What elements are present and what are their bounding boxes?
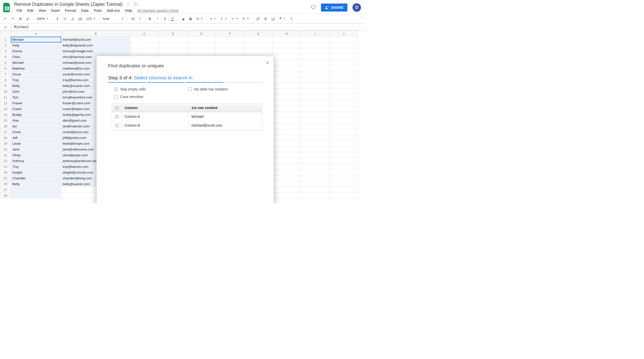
row-header[interactable]: 28 (0, 193, 11, 198)
row-header[interactable]: 8 (0, 77, 11, 83)
cell[interactable]: Matthew (11, 66, 61, 71)
cell[interactable]: Buddy (11, 112, 61, 118)
folder-icon[interactable]: 🗀 (134, 2, 138, 7)
cell[interactable] (301, 135, 330, 141)
table-row[interactable]: 2 Kelly kelly@kapowski.com (0, 42, 358, 48)
row-header[interactable]: 26 (0, 181, 11, 187)
cell[interactable]: Betty (11, 181, 61, 187)
cell[interactable]: Troy (11, 164, 61, 170)
column-row[interactable]: ✓ Column B michael@scott.com (112, 121, 262, 130)
cell[interactable] (330, 89, 358, 94)
cell[interactable] (273, 94, 301, 100)
col-header-F[interactable]: F (216, 31, 244, 37)
cell[interactable] (273, 106, 301, 112)
cell[interactable] (301, 141, 330, 146)
menu-view[interactable]: View (36, 8, 49, 14)
cell[interactable] (330, 170, 358, 175)
cell[interactable] (301, 37, 330, 42)
undo-icon[interactable]: ↶ (2, 15, 9, 22)
cell[interactable] (11, 187, 61, 193)
cell[interactable] (159, 48, 187, 54)
cell[interactable] (273, 100, 301, 106)
cell[interactable] (330, 94, 358, 100)
row-header[interactable]: 2 (0, 42, 11, 48)
cell[interactable] (273, 89, 301, 94)
insert-comment-icon[interactable]: ⊞ (262, 15, 269, 22)
cell[interactable] (273, 135, 301, 141)
row-header[interactable]: 22 (0, 158, 11, 164)
font-size-dropdown[interactable]: 10▼ (129, 15, 143, 22)
cell[interactable] (273, 60, 301, 66)
col-header-B[interactable]: B (61, 31, 131, 37)
row-header[interactable]: 19 (0, 141, 11, 146)
formula-input[interactable]: Michael (12, 25, 29, 29)
filter-dropdown[interactable]: ⧩▼ (277, 15, 288, 22)
cell[interactable]: donna@meagle.com (61, 48, 131, 54)
menu-insert[interactable]: Insert (49, 8, 62, 14)
cell[interactable] (330, 164, 358, 170)
cell[interactable] (273, 37, 301, 42)
cell[interactable] (330, 129, 358, 135)
sheets-logo-icon[interactable] (2, 2, 12, 13)
cell[interactable] (330, 158, 358, 164)
cell[interactable] (330, 135, 358, 141)
cell[interactable] (273, 187, 301, 193)
row-header[interactable]: 16 (0, 123, 11, 129)
cell[interactable] (273, 146, 301, 152)
cell[interactable] (330, 141, 358, 146)
cell[interactable] (330, 193, 358, 198)
cell[interactable] (273, 152, 301, 158)
cell[interactable] (301, 152, 330, 158)
cell[interactable]: Ian (11, 123, 61, 129)
cell[interactable] (273, 175, 301, 181)
merge-cells-dropdown[interactable]: ⇆▼ (194, 15, 205, 22)
cell[interactable]: Troy (11, 77, 61, 83)
cell[interactable] (131, 37, 159, 42)
row-header[interactable]: 3 (0, 48, 11, 54)
cell[interactable]: Oscar (11, 71, 61, 77)
cell[interactable]: Coach (11, 106, 61, 112)
row-header[interactable]: 17 (0, 129, 11, 135)
cell[interactable] (244, 37, 273, 42)
row-header[interactable]: 7 (0, 71, 11, 77)
text-wrap-dropdown[interactable]: ↵▼ (229, 15, 240, 22)
cell[interactable] (273, 123, 301, 129)
cell[interactable] (273, 71, 301, 77)
cell[interactable] (301, 94, 330, 100)
column-checkbox[interactable]: ✓ (112, 121, 122, 130)
cell[interactable] (301, 100, 330, 106)
document-title[interactable]: Remove Duplicates in Google Sheets (Zapi… (14, 2, 123, 7)
italic-icon[interactable]: I (154, 15, 161, 22)
cell[interactable]: Leslie (11, 141, 61, 146)
cell[interactable]: kelly@kapowski.com (61, 42, 131, 48)
paint-format-icon[interactable]: 🖌 (24, 15, 31, 22)
cell[interactable]: michael@scott.com (61, 37, 131, 42)
cell[interactable] (273, 66, 301, 71)
select-all-cell[interactable] (0, 31, 11, 37)
cell[interactable] (273, 112, 301, 118)
cell[interactable]: Alan (11, 118, 61, 123)
col-header-I[interactable]: I (301, 31, 330, 37)
cell[interactable] (301, 60, 330, 66)
cell[interactable] (131, 42, 159, 48)
cell[interactable] (187, 37, 216, 42)
cell[interactable] (301, 89, 330, 94)
menu-file[interactable]: File (14, 8, 25, 14)
cell[interactable] (330, 175, 358, 181)
format-percent-icon[interactable]: % (61, 15, 68, 22)
cell[interactable] (301, 164, 330, 170)
cell[interactable] (273, 77, 301, 83)
cell[interactable] (301, 187, 330, 193)
row-header[interactable]: 12 (0, 100, 11, 106)
text-rotation-dropdown[interactable]: ⟳▼ (240, 15, 251, 22)
row-header[interactable]: 1 (0, 37, 11, 42)
cell[interactable] (330, 60, 358, 66)
cell[interactable] (301, 146, 330, 152)
fill-color-icon[interactable]: ◢ (179, 15, 186, 22)
cell[interactable] (273, 129, 301, 135)
cell[interactable] (301, 181, 330, 187)
row-header[interactable]: 27 (0, 187, 11, 193)
col-header-G[interactable]: G (244, 31, 273, 37)
save-status[interactable]: All changes saved in Drive (137, 9, 179, 13)
cell[interactable] (273, 141, 301, 146)
